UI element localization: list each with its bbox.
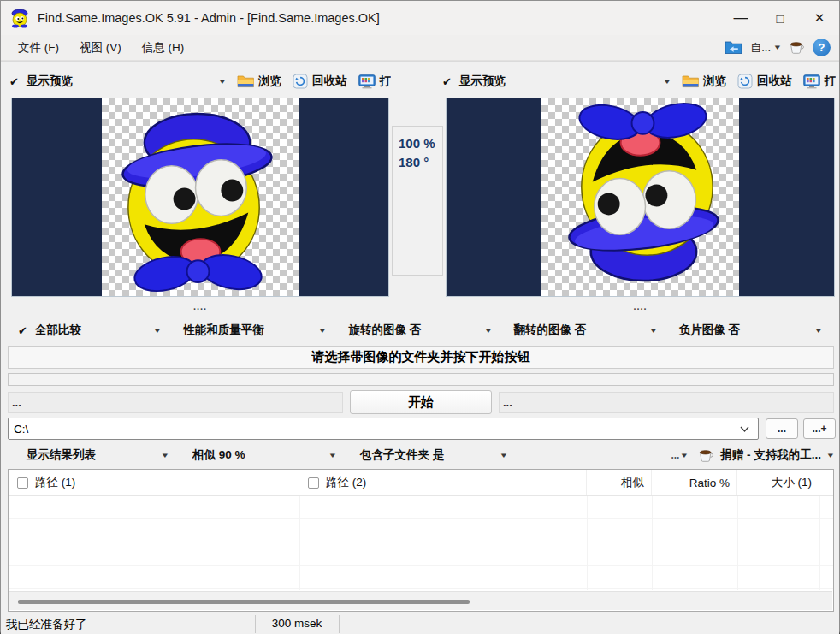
chevron-down-icon[interactable]: ▼ — [663, 78, 672, 86]
table-row — [9, 496, 833, 519]
zoom-rotation-panel: 100 % 180 ° — [392, 126, 443, 276]
comparison-options-row: ✔ 全部比较 ▼ 性能和质量平衡 ▼ 旋转的图像 否 ▼ 翻转的图像 否 ▼ 负… — [8, 318, 834, 342]
add-folder-button[interactable]: ...+ — [803, 418, 836, 439]
show-preview-right-label[interactable]: 显示预览 — [459, 74, 506, 89]
negative-images-label: 负片图像 否 — [679, 323, 815, 338]
start-button[interactable]: 开始 — [350, 390, 492, 414]
donate-menu[interactable]: 捐赠 - 支持我的工... ▼ — [698, 447, 834, 463]
results-table: 路径 (1) 路径 (2) 相似 Ratio % 大小 (1) — [8, 469, 834, 612]
column-header-size[interactable]: 大小 (1) — [737, 470, 819, 495]
open-label: 打 — [825, 74, 837, 89]
open-button-left[interactable]: 打 — [358, 74, 392, 89]
folder-icon — [237, 74, 254, 88]
browse-button-right[interactable]: 浏览 — [682, 74, 726, 89]
dropdown-similarity[interactable]: 相似 90 % ▼ — [177, 447, 345, 463]
chevron-down-icon: ▼ — [328, 452, 338, 459]
table-body — [9, 496, 833, 590]
folder-path-combobox[interactable]: C:\ — [8, 418, 759, 440]
chevron-down-icon: ▼ — [814, 327, 824, 335]
dropdown-negative-images[interactable]: 负片图像 否 ▼ — [669, 323, 834, 338]
column-header-similar[interactable]: 相似 — [587, 470, 652, 495]
main-content: ✔ 显示预览 ▼ 浏览 回收站 — [1, 61, 839, 613]
auto-menu[interactable]: 自... ▼ — [750, 40, 781, 56]
chevron-down-icon: ▼ — [500, 452, 509, 459]
maximize-button[interactable]: □ — [760, 1, 800, 35]
select-all-checkbox-path1[interactable] — [17, 477, 28, 489]
browse-folder-button[interactable]: ... — [766, 418, 798, 439]
progress-bar — [8, 373, 834, 386]
chevron-down-icon: ▼ — [680, 452, 689, 459]
path1-header-label: 路径 (1) — [35, 475, 75, 490]
title-bar: Find.Same.Images.OK 5.91 - Admin - [Find… — [1, 1, 839, 35]
dropdown-compare-all[interactable]: ✔ 全部比较 ▼ — [8, 323, 173, 338]
table-row — [9, 566, 833, 589]
column-header-path2[interactable]: 路径 (2) — [299, 470, 587, 495]
coffee-cup-icon[interactable] — [789, 41, 805, 54]
check-icon[interactable]: ✔ — [9, 75, 19, 88]
menu-info[interactable]: 信息 (H) — [132, 37, 195, 59]
zoom-value: 100 % — [399, 134, 442, 153]
recycle-bin-button-right[interactable]: 回收站 — [737, 74, 792, 89]
dropdown-quality-balance[interactable]: 性能和质量平衡 ▼ — [173, 323, 338, 338]
auto-menu-label: 自... — [750, 40, 771, 56]
menu-bar-right: 自... ▼ ? — [725, 39, 831, 56]
chevron-down-icon: ▼ — [773, 44, 783, 51]
column-divider — [299, 496, 300, 590]
folder-path-value: C:\ — [14, 423, 740, 436]
monitor-icon — [358, 74, 376, 89]
show-preview-left-label[interactable]: 显示预览 — [27, 74, 73, 89]
column-divider — [737, 496, 738, 590]
open-button-right[interactable]: 打 — [803, 74, 837, 89]
check-icon[interactable]: ✔ — [442, 75, 452, 88]
monitor-icon — [803, 74, 820, 89]
subfolders-label: 包含子文件夹 是 — [360, 447, 444, 463]
minimize-button[interactable]: — — [721, 1, 760, 35]
menu-file[interactable]: 文件 (F) — [8, 37, 69, 59]
status-time: 300 msek — [255, 617, 339, 630]
similarity-label: 相似 90 % — [192, 447, 245, 463]
menu-view[interactable]: 视图 (V) — [69, 37, 132, 59]
check-icon: ✔ — [18, 324, 27, 337]
recycle-bin-button-left[interactable]: 回收站 — [293, 74, 347, 89]
window-controls: — □ ✕ — [721, 1, 839, 35]
instruction-banner: 请选择带图像的文件夹并按下开始按钮 — [8, 346, 834, 369]
preview-panel-right — [446, 98, 835, 297]
browse-button-left[interactable]: 浏览 — [237, 74, 281, 89]
path-row: C:\ ... ...+ — [1, 418, 840, 440]
chevron-down-icon[interactable]: ▼ — [218, 78, 228, 86]
status-bar: 我已经准备好了 300 msek — [1, 613, 839, 634]
dropdown-subfolders[interactable]: 包含子文件夹 是 ▼ — [345, 447, 516, 463]
shared-folder-icon[interactable] — [725, 40, 742, 55]
dropdown-show-results[interactable]: 显示结果列表 ▼ — [8, 447, 177, 463]
folder-icon — [682, 74, 699, 88]
dropdown-rotated-images[interactable]: 旋转的图像 否 ▼ — [338, 323, 503, 338]
chevron-down-icon: ▼ — [483, 327, 493, 335]
chevron-down-icon: ▼ — [318, 327, 328, 335]
status-divider — [339, 615, 340, 633]
horizontal-scrollbar[interactable] — [9, 591, 832, 610]
status-field-left: ... — [8, 392, 343, 413]
combobox-chevron-icon — [740, 426, 749, 432]
preview-panel-left — [11, 98, 389, 297]
donate-label: 捐赠 - 支持我的工... — [720, 447, 821, 463]
column-header-ratio[interactable]: Ratio % — [652, 470, 737, 495]
dropdown-more[interactable]: ... ▼ — [671, 449, 688, 461]
browse-label: 浏览 — [703, 74, 726, 89]
column-divider — [587, 496, 588, 590]
preview-image-left — [102, 98, 299, 296]
horizontal-scrollbar-thumb[interactable] — [18, 600, 470, 604]
chevron-down-icon: ▼ — [649, 327, 659, 335]
close-button[interactable]: ✕ — [800, 1, 839, 35]
splitter-grip-left: .... — [11, 301, 389, 311]
column-header-path1[interactable]: 路径 (1) — [9, 470, 299, 495]
recycle-bin-icon — [293, 74, 308, 89]
select-all-checkbox-path2[interactable] — [308, 477, 319, 489]
help-icon[interactable]: ? — [813, 39, 831, 56]
window-title: Find.Same.Images.OK 5.91 - Admin - [Find… — [38, 11, 380, 25]
dropdown-flipped-images[interactable]: 翻转的图像 否 ▼ — [504, 323, 669, 338]
start-row: ... 开始 ... — [1, 390, 840, 414]
browse-label: 浏览 — [258, 74, 281, 89]
chevron-down-icon: ▼ — [161, 452, 170, 459]
flipped-images-label: 翻转的图像 否 — [514, 323, 650, 338]
table-header-row: 路径 (1) 路径 (2) 相似 Ratio % 大小 (1) — [9, 470, 833, 496]
